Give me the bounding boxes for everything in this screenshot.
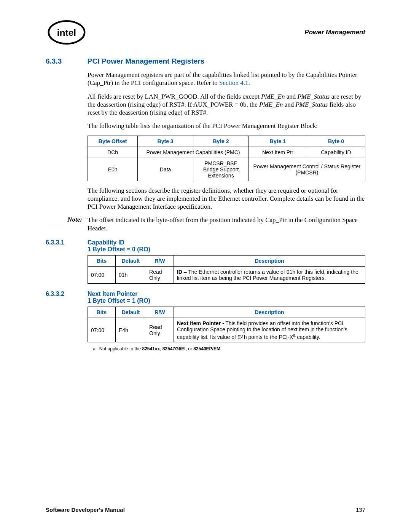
paragraph: The following sections describe the regi… [88,187,365,211]
section-heading: 6.3.3 PCI Power Management Registers [46,57,365,66]
page-footer: Software Developer's Manual 137 [46,506,365,513]
footer-title: Software Developer's Manual [46,506,125,513]
section-title: PCI Power Management Registers [88,57,204,66]
table-header: R/W [146,307,174,318]
table-header: Bits [88,307,116,318]
section-number: 6.3.3.2 [46,291,88,304]
section-number: 6.3.3 [46,57,88,66]
register-layout-table: Byte Offset Byte 3 Byte 2 Byte 1 Byte 0 … [88,136,365,181]
section-link[interactable]: Section 4.1 [219,79,249,86]
table-header: Default [115,255,146,266]
svg-text:intel: intel [57,27,76,38]
table-header: R/W [146,255,174,266]
table-header: Description [174,255,365,266]
subsection-heading: 6.3.3.2 Next Item Pointer 1 Byte Offset … [46,291,365,304]
table-header: Byte 2 [193,136,249,147]
table-header: Byte 1 [249,136,307,147]
table-row: 07:00 E4h Read Only Next Item Pointer - … [88,318,365,342]
note: Note: The offset indicated is the byte-o… [46,216,365,232]
subsection-heading: 6.3.3.1 Capability ID 1 Byte Offset = 0 … [46,239,365,253]
page-header: intel Power Management [46,19,365,46]
register-field-table: Bits Default R/W Description 07:00 01h R… [88,255,365,284]
table-row: DCh Power Management Capabilities (PMC) … [88,147,365,158]
register-field-table: Bits Default R/W Description 07:00 E4h R… [88,307,365,343]
table-header: Description [174,307,365,318]
section-title: Capability ID 1 Byte Offset = 0 (RO) [88,239,150,253]
intel-logo: intel [46,19,88,46]
table-header: Byte 0 [307,136,365,147]
paragraph: All fields are reset by LAN_PWR_GOOD. Al… [88,93,365,117]
paragraph: The following table lists the organizati… [88,122,365,130]
section-title: Next Item Pointer 1 Byte Offset = 1 (RO) [88,291,150,304]
table-header: Byte 3 [138,136,193,147]
table-row: E0h Data PMCSR_BSE Bridge Support Extens… [88,158,365,181]
table-header: Bits [88,255,116,266]
note-label: Note: [46,216,88,232]
page-number: 137 [356,506,365,513]
section-number: 6.3.3.1 [46,239,88,253]
table-header: Byte Offset [88,136,138,147]
header-chapter-title: Power Management [304,29,365,36]
table-row: 07:00 01h Read Only ID – The Ethernet co… [88,266,365,283]
note-text: The offset indicated is the byte-offset … [88,216,365,232]
paragraph: Power Management registers are part of t… [88,71,365,87]
footnote: a. Not applicable to the 82541xx, 82547G… [93,346,365,351]
table-header: Default [115,307,146,318]
